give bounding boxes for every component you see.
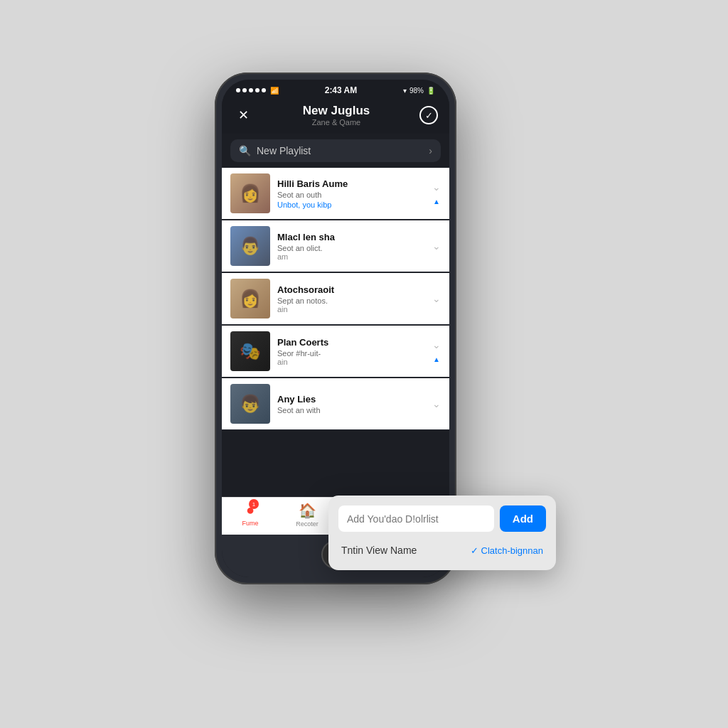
nav-title: New Juglus	[253, 104, 419, 118]
tab-fume[interactable]: ● 1 Fume	[222, 502, 279, 528]
item-desc: Seot an olict.	[277, 244, 432, 252]
item-link[interactable]: Unbot, you kibp	[277, 200, 432, 209]
popup-option-check[interactable]: ✓ Clatch-bignnan	[471, 545, 543, 556]
item-name: Atochsoraoit	[277, 284, 432, 295]
list-item-info: Hilli Baris Aume Seot an outh Unbot, you…	[277, 178, 432, 209]
list-item[interactable]: 👦 Any Lies Seot an with ⌄	[222, 378, 449, 430]
popup-input-row: Add	[338, 505, 546, 532]
battery-label: 98%	[410, 87, 424, 95]
up-icon: ▲	[433, 355, 440, 363]
item-desc: Seot an with	[277, 406, 432, 414]
search-arrow-icon: ›	[429, 145, 432, 156]
item-name: Hilli Baris Aume	[277, 178, 432, 189]
nav-bar: ✕ New Juglus Zane & Qame ✓	[222, 98, 449, 134]
search-bar[interactable]: 🔍 New Playlist ›	[230, 139, 441, 162]
item-desc: Seot an outh	[277, 191, 432, 199]
item-desc: Sept an notos.	[277, 296, 432, 305]
avatar: 👩	[230, 279, 270, 318]
item-desc: Seor #hr-uit-	[277, 349, 432, 358]
status-time: 2:43 AM	[325, 85, 358, 95]
popup-option-label: Tntin View Name	[341, 545, 417, 556]
list-area: 👩 Hilli Baris Aume Seot an outh Unbot, y…	[222, 168, 449, 497]
list-item[interactable]: 👩 Atochsoraoit Sept an notos. ain ⌄	[222, 273, 449, 325]
item-name: Mlacl len sha	[277, 232, 432, 242]
list-item-info: Plan Coerts Seor #hr-uit- ain	[277, 337, 432, 366]
list-item[interactable]: 👨 Mlacl len sha Seot an olict. am ⌄	[222, 220, 449, 272]
confirm-button[interactable]: ✓	[419, 106, 438, 124]
signal-dots: 📶	[236, 87, 279, 95]
item-sub: am	[277, 252, 432, 261]
item-name: Any Lies	[277, 394, 432, 405]
list-item-info: Atochsoraoit Sept an notos. ain	[277, 284, 432, 314]
list-item[interactable]: 👩 Hilli Baris Aume Seot an outh Unbot, y…	[222, 168, 449, 220]
item-sub: ain	[277, 358, 432, 366]
avatar: 👦	[230, 384, 270, 424]
tab-fume-label: Fume	[242, 520, 258, 527]
status-bar: 📶 2:43 AM ▾ 98% 🔋	[222, 80, 449, 98]
search-icon: 🔍	[239, 145, 251, 156]
tab-recoter-label: Recoter	[296, 520, 318, 528]
list-item-info: Any Lies Seot an with	[277, 394, 432, 414]
up-icon: ▲	[433, 198, 440, 205]
chevron-down-icon: ⌄	[432, 339, 441, 350]
chevron-down-icon: ⌄	[432, 181, 441, 193]
avatar: 👩	[230, 173, 270, 213]
popup-option-row: Tntin View Name ✓ Clatch-bignnan	[338, 540, 546, 560]
chevron-down-icon: ⌄	[432, 293, 441, 304]
chevron-down-icon: ⌄	[432, 240, 441, 252]
battery-icon: 🔋	[427, 87, 435, 95]
item-sub: ain	[277, 305, 432, 314]
list-item[interactable]: 🎭 Plan Coerts Seor #hr-uit- ain ⌄ ▲	[222, 326, 449, 378]
close-button[interactable]: ✕	[233, 107, 253, 123]
search-input-display: New Playlist	[257, 145, 429, 156]
popup-add-button[interactable]: Add	[500, 505, 546, 532]
avatar: 🎭	[230, 331, 270, 371]
tab-recoter[interactable]: 🏠 Recoter	[279, 502, 336, 528]
home-icon: 🏠	[299, 502, 316, 519]
nav-subtitle: Zane & Qame	[253, 118, 419, 127]
item-name: Plan Coerts	[277, 337, 432, 348]
chevron-down-icon: ⌄	[432, 398, 441, 410]
popup-card: Add Tntin View Name ✓ Clatch-bignnan	[328, 496, 556, 570]
signal-label: ▾	[403, 87, 407, 95]
status-right: ▾ 98% 🔋	[403, 87, 435, 95]
list-item-info: Mlacl len sha Seot an olict. am	[277, 232, 432, 261]
popup-playlist-input[interactable]	[338, 505, 494, 532]
avatar: 👨	[230, 226, 270, 266]
